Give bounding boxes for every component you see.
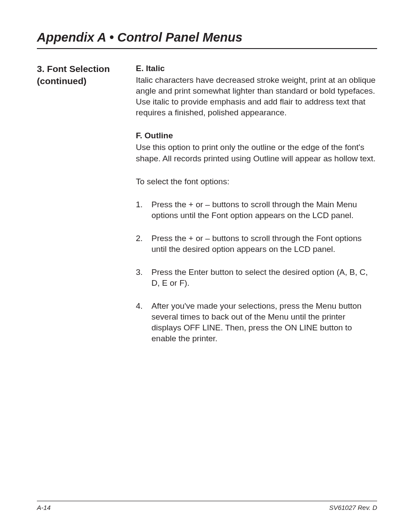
list-item: Press the + or – buttons to scroll throu…	[136, 233, 377, 255]
right-column: E. Italic Italic characters have decreas…	[136, 63, 377, 356]
subheading-italic: E. Italic	[136, 63, 377, 74]
left-column: 3. Font Selection (continued)	[37, 63, 128, 356]
page-footer: A-14 SV61027 Rev. D	[37, 501, 377, 511]
page-title: Appendix A • Control Panel Menus	[37, 30, 377, 45]
content-row: 3. Font Selection (continued) E. Italic …	[37, 63, 377, 356]
paragraph-select-intro: To select the font options:	[136, 176, 377, 187]
section-line-2: (continued)	[37, 75, 128, 87]
paragraph-italic: Italic characters have decreased stroke …	[136, 75, 377, 118]
revision-label: SV61027 Rev. D	[329, 504, 377, 511]
list-item: After you've made your selections, press…	[136, 300, 377, 344]
section-line-1: 3. Font Selection	[37, 63, 128, 75]
paragraph-outline: Use this option to print only the outlin…	[136, 142, 377, 163]
page-number: A-14	[37, 504, 51, 511]
steps-list: Press the + or – buttons to scroll throu…	[136, 199, 377, 344]
list-item: Press the Enter button to select the des…	[136, 267, 377, 288]
section-title: 3. Font Selection (continued)	[37, 63, 128, 88]
subheading-outline: F. Outline	[136, 130, 377, 141]
page-header: Appendix A • Control Panel Menus	[37, 30, 377, 49]
list-item: Press the + or – buttons to scroll throu…	[136, 199, 377, 221]
